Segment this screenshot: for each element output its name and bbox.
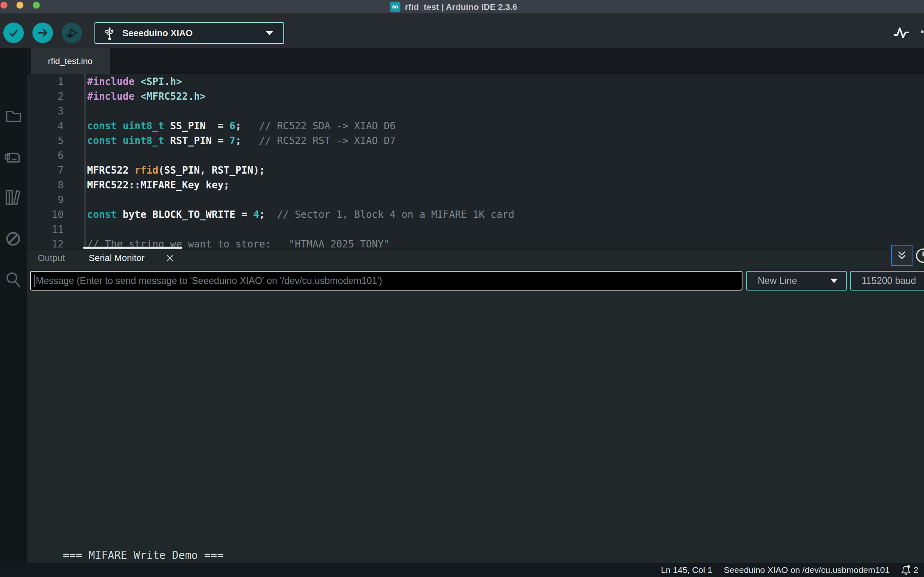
zoom-window-button[interactable] — [33, 2, 40, 9]
usb-icon — [104, 25, 115, 41]
debug-button[interactable] — [62, 23, 82, 43]
sidebar-item-sketchbook[interactable] — [4, 107, 23, 127]
code-line: 9 — [27, 192, 924, 207]
text-caret — [34, 275, 35, 287]
statusbar: Ln 145, Col 1 Seeeduino XIAO on /dev/cu.… — [0, 563, 924, 577]
code-line: 1#include <SPI.h> — [27, 74, 924, 89]
minimize-window-button[interactable] — [16, 2, 23, 9]
partial-toolbar-icon — [921, 30, 924, 33]
bell-icon — [901, 565, 911, 575]
line-ending-select[interactable]: New Line — [746, 271, 847, 291]
books-icon — [4, 187, 23, 208]
code-line: 8MFRC522::MIFARE_Key key; — [27, 178, 924, 192]
baud-rate-value: 115200 baud — [862, 275, 924, 286]
serial-message-input[interactable]: Message (Enter to send message to 'Seeed… — [30, 271, 742, 291]
chevron-down-icon — [265, 31, 274, 36]
serial-line: === MIFARE Write Demo === — [63, 548, 924, 563]
circle-slash-icon — [4, 229, 23, 248]
titlebar: ∞ rfid_test | Arduino IDE 2.3.6 — [0, 0, 924, 14]
toolbar: Seeeduino XIAO — [0, 14, 924, 48]
collapse-panel-button[interactable] — [891, 245, 913, 266]
clock-icon — [915, 247, 924, 264]
bug-play-icon — [65, 26, 79, 40]
notification-count: 2 — [913, 565, 918, 575]
arduino-logo-icon: ∞ — [390, 2, 400, 12]
right-arrow-icon — [36, 26, 49, 39]
tab-output[interactable]: Output — [38, 250, 65, 267]
bottom-panel: Output Serial Monitor === MIFARE Write D… — [27, 250, 924, 563]
baud-rate-select[interactable]: 115200 baud — [850, 271, 924, 291]
tab-rfid-test-ino[interactable]: rfid_test.ino — [31, 48, 110, 74]
code-line: 4const uint8_t SS_PIN = 6; // RC522 SDA … — [27, 119, 924, 133]
timestamp-toggle-button[interactable] — [915, 247, 924, 264]
code-editor[interactable]: 1#include <SPI.h>2#include <MFRC522.h>34… — [27, 74, 924, 249]
verify-button[interactable] — [3, 23, 24, 43]
code-line: 2#include <MFRC522.h> — [27, 89, 924, 104]
chevron-down-icon — [830, 279, 838, 283]
cursor-position[interactable]: Ln 145, Col 1 — [661, 565, 712, 575]
code-line: 7MFRC522 rfid(SS_PIN, RST_PIN); — [27, 163, 924, 178]
close-icon[interactable] — [165, 253, 175, 263]
sidebar-item-library-manager[interactable] — [4, 187, 23, 208]
tab-serial-monitor[interactable]: Serial Monitor — [89, 250, 145, 267]
board-selector-dropdown[interactable]: Seeeduino XIAO — [94, 22, 284, 44]
code-line: 3 — [27, 104, 924, 119]
code-line: 6 — [27, 148, 924, 163]
code-line: 10const byte BLOCK_TO_WRITE = 4; // Sect… — [27, 207, 924, 222]
code-line: 5const uint8_t RST_PIN = 7; // RC522 RST… — [27, 133, 924, 148]
sidebar-item-search[interactable] — [4, 270, 23, 290]
serial-plotter-button[interactable] — [892, 23, 911, 42]
line-ending-value: New Line — [758, 275, 830, 286]
board-selector-label: Seeeduino XIAO — [122, 28, 265, 39]
code-line: 11 — [27, 222, 924, 237]
waveform-icon — [892, 23, 911, 42]
tab-label: rfid_test.ino — [48, 56, 93, 66]
search-icon — [4, 270, 23, 290]
circuit-board-icon — [4, 148, 23, 167]
sidebar-item-boards-manager[interactable] — [4, 148, 23, 169]
board-port-status[interactable]: Seeeduino XIAO on /dev/cu.usbmodem101 — [724, 565, 890, 575]
folder-icon — [4, 107, 23, 126]
checkmark-icon — [7, 26, 20, 39]
sidebar-item-debug[interactable] — [4, 229, 23, 250]
close-window-button[interactable] — [0, 2, 7, 9]
code-lines: 1#include <SPI.h>2#include <MFRC522.h>34… — [27, 74, 924, 249]
editor-tabstrip: rfid_test.ino — [27, 48, 924, 74]
notifications-button[interactable]: 2 — [901, 565, 918, 575]
serial-message-placeholder: Message (Enter to send message to 'Seeed… — [36, 272, 742, 290]
window-title: rfid_test | Arduino IDE 2.3.6 — [405, 2, 517, 12]
upload-button[interactable] — [32, 23, 53, 43]
arduino-ide-window: { "window": { "title": "rfid_test | Ardu… — [0, 0, 924, 577]
activity-sidebar — [0, 48, 27, 563]
double-chevron-down-icon — [896, 250, 908, 262]
